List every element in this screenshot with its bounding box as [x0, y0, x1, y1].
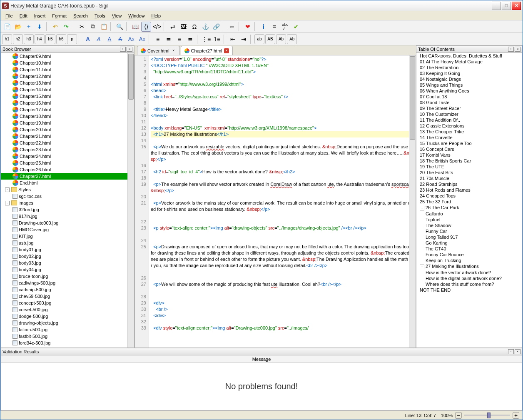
h5-button[interactable]: h5 [45, 34, 55, 44]
collapse-icon[interactable]: - [420, 265, 424, 269]
toc-item[interactable]: 07 Cool at 18 [416, 94, 522, 100]
zoom-slider[interactable] [464, 415, 510, 416]
file-item[interactable]: Chapter12.html [1, 73, 127, 80]
file-item[interactable]: sgc-toc.css [1, 193, 127, 200]
menu-edit[interactable]: Edit [16, 12, 31, 19]
align-right-button[interactable]: ≡ [174, 34, 184, 44]
file-item[interactable]: 32ford.jpg [1, 206, 127, 213]
toc-item[interactable]: 25 The 32 Ford [416, 199, 522, 205]
minimize-button[interactable]: — [492, 2, 501, 10]
toc-item[interactable]: 22 Road Starships [416, 181, 522, 187]
toc-item[interactable]: How is the vector artwork done? [416, 270, 522, 275]
toc-item[interactable]: 20 The Fast Bits [416, 170, 522, 175]
file-item[interactable]: drawing-objects.jpg [1, 320, 127, 326]
toc-item[interactable]: 19 The UTE [416, 164, 522, 170]
h3-button[interactable]: h3 [24, 34, 34, 44]
book-browser-header[interactable]: Book Browser ▫ × [0, 45, 134, 53]
open-button[interactable]: 📂 [13, 22, 23, 32]
strike-button[interactable]: A [115, 34, 125, 44]
bold-button[interactable]: A [83, 34, 93, 44]
toc-header[interactable]: Table Of Contents ▫ × [416, 45, 523, 53]
book-browser-tree[interactable]: Chapter09.htmlChapter10.htmlChapter11.ht… [0, 53, 134, 348]
toc-item[interactable]: Funny Car [416, 228, 522, 234]
browser-scrollbar[interactable] [127, 53, 134, 348]
file-item[interactable]: corvet-500.jpg [1, 306, 127, 313]
toc-item[interactable]: The Shadow [416, 222, 522, 228]
menu-view[interactable]: View [109, 12, 125, 19]
maximize-button[interactable]: □ [502, 2, 511, 10]
back-button[interactable]: ⇐ [227, 22, 237, 32]
toc-item[interactable]: Where does this stuff come from? [416, 281, 522, 287]
toc-item[interactable]: NOT THE END [416, 287, 522, 293]
toc-item[interactable]: Funny Car Bounce [416, 252, 522, 258]
titlebar[interactable]: S Heavy Metal Garage CAR-toons.epub - Si… [0, 0, 523, 11]
file-item[interactable]: Chapter16.html [1, 100, 127, 106]
code-view-button[interactable]: </> [152, 22, 162, 32]
toc-item[interactable]: 21 70s Muscle [416, 175, 522, 181]
tab-close-icon[interactable]: × [224, 48, 229, 53]
menu-window[interactable]: Window [125, 12, 148, 19]
file-item[interactable]: body04.jpg [1, 266, 127, 273]
editor-tab[interactable]: Chapter27.html× [181, 46, 233, 55]
file-item[interactable]: cadiwings-500.jpg [1, 280, 127, 286]
panel-float-button[interactable]: ▫ [120, 47, 126, 52]
file-item[interactable]: ford34c-500.jpg [1, 340, 127, 346]
menu-tools[interactable]: Tools [91, 12, 109, 19]
file-item[interactable]: Chapter09.html [1, 53, 127, 60]
toc-item[interactable]: 13 The Chopper Trike [416, 129, 522, 135]
find-button[interactable]: 🔍 [115, 22, 125, 32]
toc-item[interactable]: 23 Hot Rods and Flames [416, 187, 522, 193]
donate-button[interactable]: ❤ [243, 22, 253, 32]
toc-item[interactable]: Go Karting [416, 240, 522, 246]
toc-item[interactable]: 12 Classic Extensions [416, 123, 522, 129]
toc-item[interactable]: 04 Nostalgaic Drags [416, 76, 522, 82]
zoom-in-button[interactable]: + [513, 412, 519, 419]
file-item[interactable]: Chapter26.html [1, 166, 127, 173]
file-item[interactable]: Chapter11.html [1, 66, 127, 73]
toc-item[interactable]: Gallardo [416, 211, 522, 217]
cut-button[interactable]: ✂ [77, 22, 87, 32]
split-button[interactable]: ⇄ [168, 22, 178, 32]
file-item[interactable]: Chapter22.html [1, 140, 127, 146]
align-left-button[interactable]: ≡ [153, 34, 163, 44]
close-button[interactable]: ✕ [512, 2, 521, 10]
align-center-button[interactable]: ≣ [164, 34, 174, 44]
toc-item[interactable]: Hot CAR-toons, Dudes, Dudettes & Stuff [416, 53, 522, 59]
toc-item[interactable]: 15 Trucks are People Too [416, 140, 522, 146]
underline-button[interactable]: A [105, 34, 115, 44]
file-item[interactable]: KIT.jpg [1, 233, 127, 240]
paste-button[interactable]: 📋 [99, 22, 109, 32]
align-justify-button[interactable]: ≣ [185, 34, 195, 44]
file-item[interactable]: body01.jpg [1, 246, 127, 253]
case-cap-button[interactable]: A̲b [287, 34, 297, 44]
collapse-icon[interactable]: - [420, 206, 424, 210]
image-button[interactable]: 🖼 [179, 22, 189, 32]
file-item[interactable]: chev59-500.jpg [1, 293, 127, 300]
toc-item[interactable]: 05 Wings and Things [416, 82, 522, 88]
code-area[interactable]: <?xml version="1.0" encoding="utf-8" sta… [149, 55, 416, 348]
toc-item[interactable]: 01 At The Heavy Metal Garage [416, 59, 522, 65]
add-button[interactable]: ＋ [24, 22, 34, 32]
file-item[interactable]: falcon-500.jpg [1, 326, 127, 333]
validation-column-header[interactable]: Message [1, 355, 522, 363]
file-item[interactable]: Chapter25.html [1, 160, 127, 166]
editor-tab[interactable]: Cover.html× [137, 46, 180, 55]
toc-item[interactable]: 08 Good Taste [416, 100, 522, 105]
menu-file[interactable]: File [2, 12, 16, 19]
p-button[interactable]: p [67, 34, 77, 44]
file-item[interactable]: Chapter13.html [1, 80, 127, 86]
panel-float-button[interactable]: ▫ [508, 349, 514, 354]
styles-folder[interactable]: -Styles [1, 186, 127, 193]
file-item[interactable]: Chapter14.html [1, 86, 127, 93]
toc-item[interactable]: 03 Keeping It Going [416, 70, 522, 76]
file-item[interactable]: body03.jpg [1, 260, 127, 266]
file-item[interactable]: Chapter27.html [1, 173, 127, 180]
toc-item[interactable]: Topfuel [416, 217, 522, 222]
file-item[interactable]: bruce-toon.jpg [1, 273, 127, 280]
panel-float-button[interactable]: ▫ [508, 47, 514, 52]
h6-button[interactable]: h6 [56, 34, 66, 44]
file-item[interactable]: Chapter10.html [1, 60, 127, 66]
subscript-button[interactable]: Ax [126, 34, 136, 44]
toc-item[interactable]: 14 The Corvette [416, 135, 522, 140]
file-item[interactable]: cadship-500.jpg [1, 286, 127, 293]
